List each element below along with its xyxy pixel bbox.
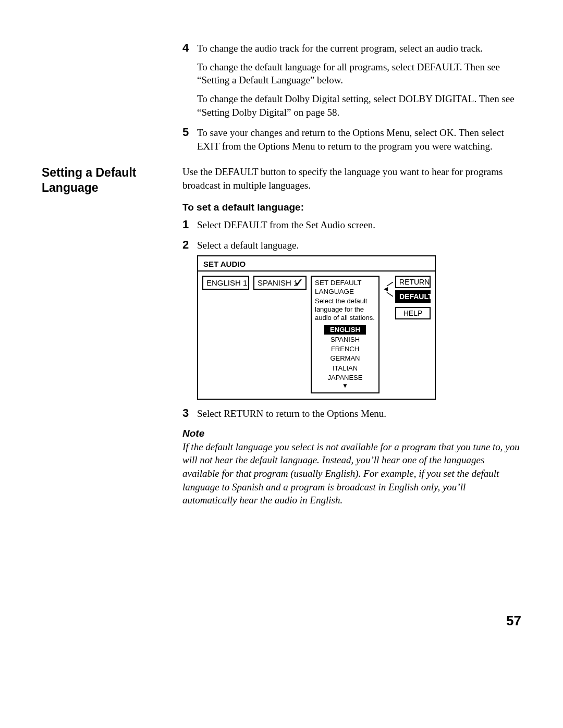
language-option-french[interactable]: FRENCH: [315, 344, 375, 354]
set-audio-box: SET AUDIO ENGLISH 1 SPANISH 1 ✓: [197, 255, 436, 400]
set-audio-diagram: SET AUDIO ENGLISH 1 SPANISH 1 ✓: [197, 255, 521, 400]
checkmark-icon: ✓: [295, 277, 303, 288]
step-para: To change the audio track for the curren…: [197, 42, 521, 55]
step-number: 5: [182, 126, 197, 139]
step-body: Select RETURN to return to the Options M…: [197, 407, 521, 421]
manual-page: 4 To change the audio track for the curr…: [0, 0, 563, 728]
section-row: Setting a Default Language Use the DEFAU…: [42, 165, 521, 507]
language-option-german[interactable]: GERMAN: [315, 354, 375, 363]
step-1: 1 Select DEFAULT from the Set Audio scre…: [182, 218, 521, 232]
step-para: To change the default Dolby Digital sett…: [197, 92, 521, 119]
step-3: 3 Select RETURN to return to the Options…: [182, 407, 521, 421]
step-2: 2 Select a default language.: [182, 239, 521, 252]
audio-track-english-1[interactable]: ENGLISH 1: [202, 276, 249, 290]
default-language-panel: SET DEFAULT LANGUAGE Select the default …: [311, 276, 380, 393]
section-intro: Use the DEFAULT button to specify the la…: [182, 165, 521, 192]
language-list: ENGLISH SPANISH FRENCH GERMAN ITALIAN JA…: [315, 325, 375, 390]
step-body: Select a default language.: [197, 239, 521, 252]
step-number: 2: [182, 239, 197, 251]
language-option-italian[interactable]: ITALIAN: [315, 364, 375, 373]
return-button[interactable]: RETURN: [395, 276, 431, 288]
section-body: Use the DEFAULT button to specify the la…: [182, 165, 521, 507]
track-label: SPANISH 1: [258, 278, 298, 287]
step-4: 4 To change the audio track for the curr…: [182, 42, 521, 119]
help-button[interactable]: HELP: [395, 307, 431, 319]
section-heading: Setting a Default Language: [42, 165, 172, 195]
panel-title: SET DEFAULT LANGUAGE: [315, 279, 375, 297]
top-steps-row: 4 To change the audio track for the curr…: [42, 42, 521, 160]
default-button[interactable]: DEFAULT: [395, 290, 431, 303]
step-para: To save your changes and return to the O…: [197, 126, 521, 153]
track-column: SPANISH 1 ✓: [253, 276, 307, 393]
language-option-spanish[interactable]: SPANISH: [315, 335, 375, 344]
language-option-japanese[interactable]: JAPANESE: [315, 373, 375, 382]
audio-track-spanish-1[interactable]: SPANISH 1 ✓: [253, 276, 307, 290]
step-body: Select DEFAULT from the Set Audio screen…: [197, 218, 521, 232]
language-option-english[interactable]: ENGLISH: [315, 325, 375, 335]
page-number: 57: [506, 613, 521, 629]
note-body: If the default language you select is no…: [182, 440, 521, 507]
note-heading: Note: [182, 428, 521, 439]
scroll-down-icon[interactable]: ▼: [315, 382, 375, 389]
svg-line-0: [387, 282, 393, 286]
svg-marker-2: [384, 287, 388, 291]
panel-desc: Select the default language for the audi…: [315, 297, 375, 323]
step-para: Select a default language.: [197, 239, 521, 252]
left-gutter: Setting a Default Language: [42, 165, 182, 195]
step-number: 3: [182, 407, 197, 419]
step-para: To change the default language for all p…: [197, 60, 521, 87]
side-buttons: RETURN DEFAULT HELP: [395, 276, 431, 393]
set-audio-body: ENGLISH 1 SPANISH 1 ✓ SET DEFAULT LANGUA…: [198, 272, 435, 399]
track-column: ENGLISH 1: [202, 276, 249, 393]
step-body: To change the audio track for the curren…: [197, 42, 521, 119]
step-body: To save your changes and return to the O…: [197, 126, 521, 153]
step-para: Select DEFAULT from the Set Audio screen…: [197, 218, 521, 232]
set-audio-title: SET AUDIO: [198, 256, 435, 272]
step-5: 5 To save your changes and return to the…: [182, 126, 521, 153]
svg-line-1: [387, 292, 393, 297]
step-para: Select RETURN to return to the Options M…: [197, 407, 521, 421]
top-steps: 4 To change the audio track for the curr…: [182, 42, 521, 160]
step-number: 1: [182, 218, 197, 231]
sub-heading: To set a default language:: [182, 202, 521, 213]
step-number: 4: [182, 42, 197, 54]
callout-arrow-icon: [384, 282, 393, 307]
pointer-wrap: [384, 276, 391, 393]
